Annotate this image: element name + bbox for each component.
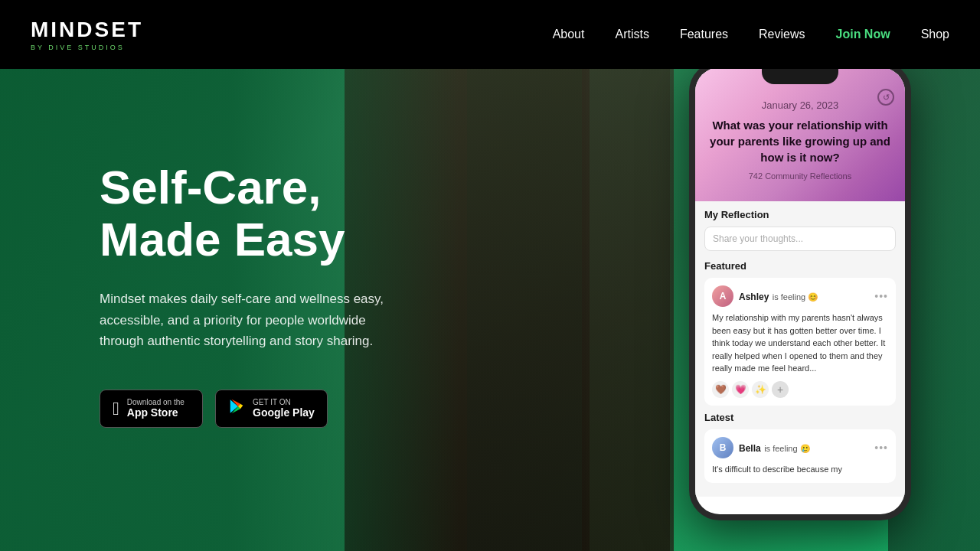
hero-title: Self-Care,Made Easy [100,161,413,266]
hero-content: Self-Care,Made Easy Mindset makes daily … [0,69,444,551]
phone-reflections-count: 742 Community Reflections [749,171,852,181]
nav-features[interactable]: Features [680,28,728,41]
logo: MINDSET BY DIVE STUDIOS [31,18,143,51]
brand-name: MINDSET [31,18,143,42]
brand-sub: BY DIVE STUDIOS [31,44,125,51]
post-user-name-feeling: Ashley is feeling 😊 [739,289,818,303]
post-header: A Ashley is feeling 😊 ••• [712,285,888,307]
latest-post-feeling: is feeling 🥲 [764,444,810,453]
post-reactions: 🤎 💗 ✨ + [712,381,888,398]
reaction-star[interactable]: ✨ [752,381,769,398]
phone-notch [762,67,838,84]
phone-frame: ↺ January 26, 2023 What was your relatio… [689,61,911,520]
nav-join-now[interactable]: Join Now [836,28,890,41]
googleplay-top-line: GET IT ON [253,398,315,406]
nav-links: About Artists Features Reviews Join Now … [553,28,949,41]
phone-date: January 26, 2023 [762,99,838,111]
latest-post-user-name-feeling: Bella is feeling 🥲 [739,441,811,455]
hero-description: Mindset makes daily self-care and wellne… [100,289,406,351]
appstore-text: Download on the App Store [127,398,185,419]
latest-post-user-info: B Bella is feeling 🥲 [712,437,811,458]
appstore-top-line: Download on the [127,398,185,406]
phone-header: ↺ January 26, 2023 What was your relatio… [695,67,905,201]
nav-reviews[interactable]: Reviews [759,28,805,41]
post-username: Ashley [739,292,769,302]
nav-about[interactable]: About [553,28,585,41]
featured-label: Featured [704,260,896,272]
googleplay-bottom-line: Google Play [253,406,315,419]
latest-post-username: Bella [739,443,761,454]
appstore-bottom-line: App Store [127,406,185,419]
googleplay-text: GET IT ON Google Play [253,398,315,419]
latest-post: B Bella is feeling 🥲 ••• It's difficult … [704,429,896,484]
download-buttons:  Download on the App Store GET IT ON [100,390,413,428]
google-play-icon [228,398,245,419]
phone-mockup: ↺ January 26, 2023 What was your relatio… [689,61,911,536]
navbar: MINDSET BY DIVE STUDIOS About Artists Fe… [0,0,980,69]
post-avatar: A [712,285,733,307]
latest-post-content: It's difficult to describe because my [712,463,888,476]
reaction-pink-heart[interactable]: 💗 [732,381,749,398]
phone-body: My Reflection Share your thoughts... Fea… [695,201,905,497]
reflection-input[interactable]: Share your thoughts... [704,227,896,251]
apple-icon:  [113,398,119,419]
hero-section: MINDSET BY DIVE STUDIOS About Artists Fe… [0,0,980,551]
phone-question: What was your relationship with your par… [707,117,893,165]
latest-label: Latest [704,412,896,423]
phone-screen: ↺ January 26, 2023 What was your relatio… [695,67,905,514]
my-reflection-label: My Reflection [704,209,896,220]
post-content: My relationship with my parents hasn't a… [712,311,888,375]
nav-shop[interactable]: Shop [921,28,949,41]
latest-post-options-dots[interactable]: ••• [874,442,888,454]
reaction-add-button[interactable]: + [772,381,789,398]
reaction-heart[interactable]: 🤎 [712,381,729,398]
post-user-info: A Ashley is feeling 😊 [712,285,818,307]
appstore-button[interactable]:  Download on the App Store [100,390,203,428]
history-icon: ↺ [877,89,894,106]
googleplay-button[interactable]: GET IT ON Google Play [215,390,328,428]
post-options-dots[interactable]: ••• [874,290,888,302]
featured-post: A Ashley is feeling 😊 ••• My relationshi… [704,278,896,406]
nav-artists[interactable]: Artists [615,28,648,41]
latest-post-avatar: B [712,437,733,458]
latest-post-header: B Bella is feeling 🥲 ••• [712,437,888,458]
post-feeling: is feeling 😊 [773,292,818,302]
